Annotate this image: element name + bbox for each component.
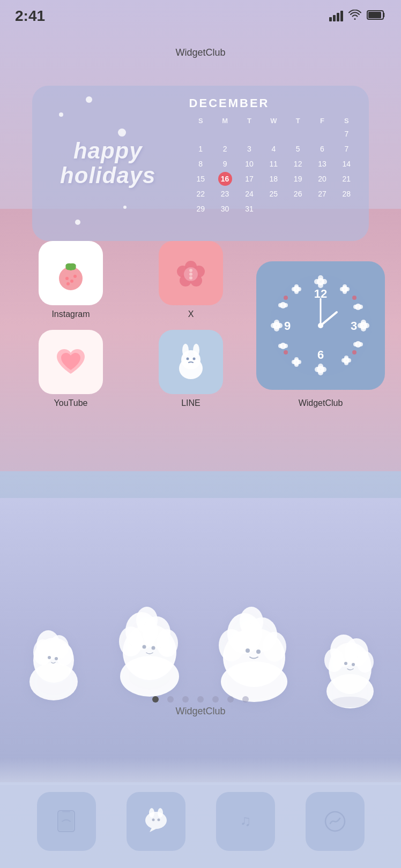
fluffy-widget-label: WidgetClub [175, 706, 225, 717]
svg-point-121 [344, 662, 347, 665]
page-dot-3[interactable] [182, 696, 189, 703]
line-label: LINE [181, 398, 200, 408]
cal-day-11: 11 [266, 157, 280, 171]
svg-point-58 [278, 344, 283, 348]
cal-day-10: 10 [242, 157, 256, 171]
youtube-label: YouTube [54, 398, 88, 408]
svg-point-95 [48, 656, 51, 659]
svg-point-3 [65, 277, 69, 280]
app-item-x[interactable]: X [136, 241, 246, 319]
svg-point-31 [359, 305, 363, 309]
svg-point-101 [119, 627, 143, 656]
svg-text:3: 3 [351, 319, 357, 333]
youtube-icon[interactable] [39, 330, 103, 394]
svg-point-62 [274, 326, 279, 331]
fluffy-widget-container[interactable]: WidgetClub [0, 498, 401, 782]
dock-music[interactable]: ♫ [216, 792, 275, 851]
cal-header-s2: S [335, 116, 358, 126]
svg-point-16 [189, 269, 192, 272]
cal-day-6: 6 [315, 142, 329, 156]
x-icon[interactable] [159, 241, 223, 305]
page-dot-4[interactable] [197, 696, 204, 703]
page-dot-7[interactable] [242, 696, 249, 703]
calendar-widget-label: WidgetClub [16, 47, 385, 58]
dock-messages[interactable] [127, 792, 185, 851]
page-dot-1[interactable] [152, 696, 159, 703]
cal-day-29: 29 [194, 202, 207, 216]
cal-day-7b: 7 [339, 142, 353, 156]
svg-point-37 [361, 320, 366, 325]
svg-point-114 [256, 650, 261, 654]
cal-header-t: T [237, 116, 261, 126]
cal-day-20: 20 [315, 172, 329, 186]
snow-decoration [86, 96, 92, 103]
svg-text:6: 6 [317, 348, 324, 361]
svg-point-18 [189, 276, 192, 280]
svg-point-110 [219, 629, 244, 661]
svg-point-105 [152, 646, 155, 650]
dock-shazam[interactable] [306, 792, 365, 851]
svg-point-63 [274, 320, 279, 325]
svg-point-73 [352, 350, 357, 354]
status-icons [329, 10, 386, 23]
x-label: X [188, 310, 194, 319]
app-item-instagram[interactable]: Instagram [16, 241, 125, 319]
svg-point-93 [33, 639, 53, 665]
svg-point-44 [344, 361, 348, 365]
cal-day-25: 25 [266, 187, 280, 201]
svg-point-74 [284, 296, 288, 300]
cal-day-30: 30 [218, 202, 232, 216]
cal-day-14: 14 [339, 157, 353, 171]
cal-day-1: 1 [194, 142, 207, 156]
cal-day-21: 21 [339, 172, 353, 186]
svg-point-71 [294, 284, 299, 289]
page-indicators [0, 696, 401, 703]
svg-point-45 [344, 356, 348, 360]
svg-text:9: 9 [284, 319, 291, 333]
cal-day-2: 2 [218, 142, 232, 156]
svg-rect-124 [62, 811, 70, 812]
svg-text:♫: ♫ [240, 812, 251, 829]
svg-point-29 [343, 284, 347, 289]
svg-point-6 [66, 282, 70, 285]
snow-decoration [123, 206, 127, 209]
cal-empty [218, 127, 232, 141]
line-icon[interactable] [159, 330, 223, 394]
clock-widget[interactable]: 12 3 6 9 [256, 261, 385, 390]
page-dot-2[interactable] [167, 696, 174, 703]
cal-day-13: 13 [315, 157, 329, 171]
fluffy-creature-1 [19, 607, 88, 703]
cal-day-4: 4 [266, 142, 280, 156]
svg-point-125 [145, 812, 167, 829]
svg-point-127 [158, 808, 163, 818]
svg-point-55 [294, 357, 299, 361]
cal-day-17: 17 [242, 172, 256, 186]
calendar-widget[interactable]: happyholidays DECEMBER S M T W T F S [32, 86, 369, 241]
cal-empty [242, 127, 256, 141]
dock-phone[interactable] [37, 792, 96, 851]
svg-point-17 [189, 273, 192, 276]
clock-widget-item[interactable]: 12 3 6 9 WidgetClub [256, 261, 385, 408]
cal-day-19: 19 [291, 172, 305, 186]
app-item-line[interactable]: LINE [136, 330, 246, 408]
svg-point-122 [352, 663, 355, 666]
cal-day-7: 7 [339, 127, 353, 141]
calendar-widget-container[interactable]: happyholidays DECEMBER S M T W T F S [16, 43, 385, 58]
svg-point-112 [240, 607, 263, 637]
snow-decoration [118, 129, 126, 137]
cal-header-w: W [262, 116, 285, 126]
svg-point-75 [284, 350, 288, 354]
svg-point-119 [324, 648, 344, 672]
page-dot-5[interactable] [212, 696, 219, 703]
cal-day-22: 22 [194, 187, 207, 201]
instagram-icon[interactable] [39, 241, 103, 305]
svg-point-39 [359, 342, 363, 346]
svg-point-113 [246, 648, 250, 653]
svg-point-70 [294, 290, 299, 294]
status-bar: 2:41 [0, 0, 401, 32]
page-dot-6[interactable] [227, 696, 234, 703]
app-item-youtube[interactable]: YouTube [16, 330, 125, 408]
calendar-left-panel: happyholidays [32, 86, 184, 241]
cal-day-16-today: 16 [218, 172, 232, 186]
svg-point-57 [284, 344, 288, 348]
